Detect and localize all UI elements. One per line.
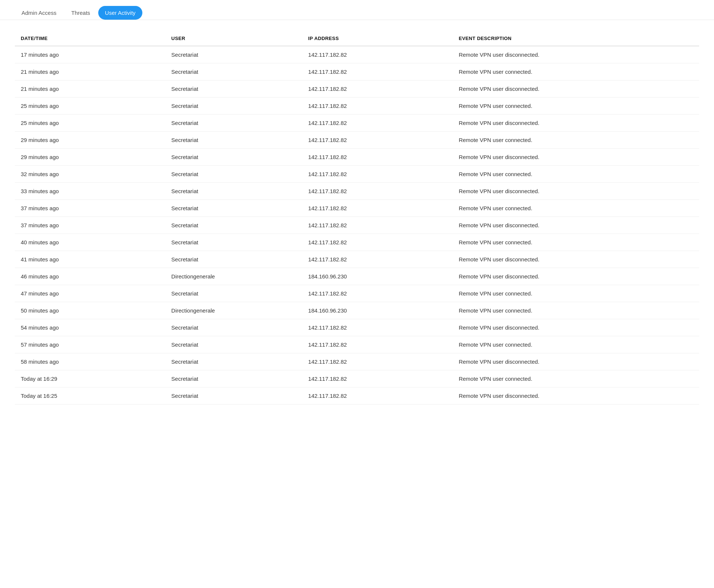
cell-datetime: 21 minutes ago: [15, 63, 165, 80]
cell-event: Remote VPN user disconnected.: [453, 387, 699, 404]
table-row: 50 minutes agoDirectiongenerale184.160.9…: [15, 302, 699, 319]
cell-ip: 142.117.182.82: [302, 46, 453, 63]
cell-datetime: 17 minutes ago: [15, 46, 165, 63]
cell-datetime: 33 minutes ago: [15, 183, 165, 200]
table-row: 47 minutes agoSecretariat142.117.182.82R…: [15, 285, 699, 302]
cell-datetime: 29 minutes ago: [15, 132, 165, 149]
cell-ip: 142.117.182.82: [302, 217, 453, 234]
cell-user: Secretariat: [165, 251, 302, 268]
cell-event: Remote VPN user connected.: [453, 234, 699, 251]
cell-ip: 142.117.182.82: [302, 63, 453, 80]
cell-datetime: 37 minutes ago: [15, 200, 165, 217]
table-row: 37 minutes agoSecretariat142.117.182.82R…: [15, 217, 699, 234]
main-content: DATE/TIMEUSERIP ADDRESSEVENT DESCRIPTION…: [0, 20, 714, 416]
cell-event: Remote VPN user connected.: [453, 370, 699, 387]
table-row: 58 minutes agoSecretariat142.117.182.82R…: [15, 353, 699, 370]
table-row: 25 minutes agoSecretariat142.117.182.82R…: [15, 98, 699, 115]
table-row: 21 minutes agoSecretariat142.117.182.82R…: [15, 80, 699, 98]
cell-event: Remote VPN user connected.: [453, 285, 699, 302]
cell-event: Remote VPN user connected.: [453, 302, 699, 319]
table-row: 29 minutes agoSecretariat142.117.182.82R…: [15, 149, 699, 166]
cell-ip: 142.117.182.82: [302, 115, 453, 132]
cell-event: Remote VPN user connected.: [453, 132, 699, 149]
cell-event: Remote VPN user disconnected.: [453, 217, 699, 234]
header-row: DATE/TIMEUSERIP ADDRESSEVENT DESCRIPTION: [15, 31, 699, 46]
cell-datetime: 57 minutes ago: [15, 336, 165, 353]
cell-ip: 142.117.182.82: [302, 319, 453, 336]
cell-datetime: 37 minutes ago: [15, 217, 165, 234]
cell-datetime: 25 minutes ago: [15, 115, 165, 132]
cell-event: Remote VPN user connected.: [453, 200, 699, 217]
cell-datetime: Today at 16:29: [15, 370, 165, 387]
table-row: 57 minutes agoSecretariat142.117.182.82R…: [15, 336, 699, 353]
cell-ip: 142.117.182.82: [302, 387, 453, 404]
cell-event: Remote VPN user disconnected.: [453, 353, 699, 370]
cell-datetime: 29 minutes ago: [15, 149, 165, 166]
cell-event: Remote VPN user disconnected.: [453, 183, 699, 200]
table-row: 32 minutes agoSecretariat142.117.182.82R…: [15, 166, 699, 183]
cell-ip: 142.117.182.82: [302, 353, 453, 370]
cell-user: Secretariat: [165, 200, 302, 217]
cell-event: Remote VPN user connected.: [453, 63, 699, 80]
cell-ip: 142.117.182.82: [302, 80, 453, 98]
cell-ip: 142.117.182.82: [302, 336, 453, 353]
cell-event: Remote VPN user connected.: [453, 98, 699, 115]
cell-event: Remote VPN user connected.: [453, 166, 699, 183]
table-row: 40 minutes agoSecretariat142.117.182.82R…: [15, 234, 699, 251]
cell-datetime: 47 minutes ago: [15, 285, 165, 302]
cell-user: Secretariat: [165, 183, 302, 200]
cell-user: Secretariat: [165, 234, 302, 251]
table-row: Today at 16:25Secretariat142.117.182.82R…: [15, 387, 699, 404]
cell-datetime: 58 minutes ago: [15, 353, 165, 370]
cell-user: Secretariat: [165, 370, 302, 387]
cell-user: Secretariat: [165, 132, 302, 149]
cell-ip: 142.117.182.82: [302, 200, 453, 217]
cell-ip: 142.117.182.82: [302, 132, 453, 149]
cell-user: Secretariat: [165, 166, 302, 183]
cell-user: Secretariat: [165, 336, 302, 353]
cell-event: Remote VPN user connected.: [453, 336, 699, 353]
cell-user: Secretariat: [165, 63, 302, 80]
cell-user: Secretariat: [165, 80, 302, 98]
table-row: 54 minutes agoSecretariat142.117.182.82R…: [15, 319, 699, 336]
cell-datetime: 21 minutes ago: [15, 80, 165, 98]
table-row: Today at 16:29Secretariat142.117.182.82R…: [15, 370, 699, 387]
cell-event: Remote VPN user disconnected.: [453, 80, 699, 98]
table-row: 29 minutes agoSecretariat142.117.182.82R…: [15, 132, 699, 149]
tab-threats[interactable]: Threats: [65, 6, 97, 20]
col-header-user: USER: [165, 31, 302, 46]
cell-user: Secretariat: [165, 353, 302, 370]
cell-user: Secretariat: [165, 115, 302, 132]
cell-event: Remote VPN user disconnected.: [453, 46, 699, 63]
table-row: 46 minutes agoDirectiongenerale184.160.9…: [15, 268, 699, 285]
cell-event: Remote VPN user disconnected.: [453, 251, 699, 268]
cell-user: Secretariat: [165, 387, 302, 404]
cell-user: Directiongenerale: [165, 302, 302, 319]
cell-user: Secretariat: [165, 285, 302, 302]
table-row: 37 minutes agoSecretariat142.117.182.82R…: [15, 200, 699, 217]
cell-datetime: 46 minutes ago: [15, 268, 165, 285]
cell-ip: 142.117.182.82: [302, 98, 453, 115]
table-row: 21 minutes agoSecretariat142.117.182.82R…: [15, 63, 699, 80]
cell-ip: 142.117.182.82: [302, 285, 453, 302]
tab-user-activity[interactable]: User Activity: [98, 6, 142, 20]
tab-admin-access[interactable]: Admin Access: [15, 6, 63, 20]
cell-datetime: 50 minutes ago: [15, 302, 165, 319]
cell-ip: 142.117.182.82: [302, 166, 453, 183]
cell-event: Remote VPN user disconnected.: [453, 319, 699, 336]
table-row: 33 minutes agoSecretariat142.117.182.82R…: [15, 183, 699, 200]
cell-event: Remote VPN user disconnected.: [453, 268, 699, 285]
table-body: 17 minutes agoSecretariat142.117.182.82R…: [15, 46, 699, 404]
cell-ip: 184.160.96.230: [302, 302, 453, 319]
cell-user: Secretariat: [165, 217, 302, 234]
tab-bar: Admin AccessThreatsUser Activity: [0, 0, 714, 20]
cell-datetime: Today at 16:25: [15, 387, 165, 404]
col-header-datetime: DATE/TIME: [15, 31, 165, 46]
cell-event: Remote VPN user disconnected.: [453, 149, 699, 166]
cell-user: Secretariat: [165, 149, 302, 166]
table-row: 41 minutes agoSecretariat142.117.182.82R…: [15, 251, 699, 268]
cell-ip: 142.117.182.82: [302, 149, 453, 166]
table-header: DATE/TIMEUSERIP ADDRESSEVENT DESCRIPTION: [15, 31, 699, 46]
table-row: 17 minutes agoSecretariat142.117.182.82R…: [15, 46, 699, 63]
cell-ip: 142.117.182.82: [302, 251, 453, 268]
